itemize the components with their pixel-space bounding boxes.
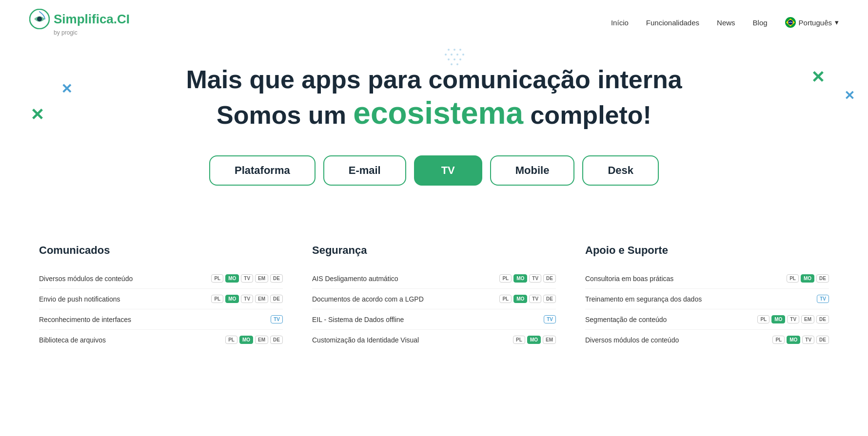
svg-point-8 <box>445 54 447 56</box>
badge-pl: PL <box>211 295 223 303</box>
svg-point-15 <box>451 63 453 65</box>
badge-pl: PL <box>772 336 785 344</box>
nav-inicio[interactable]: Início <box>611 19 629 27</box>
feature-col-comunicados: Comunicados Diversos módulos de conteúdo… <box>39 244 283 350</box>
badge-de: DE <box>270 295 283 303</box>
badge-em: EM <box>255 336 268 344</box>
badge-de: DE <box>543 274 556 283</box>
badge-em: EM <box>543 336 556 344</box>
badge-tv: TV <box>241 295 253 303</box>
tab-email[interactable]: E-mail <box>323 155 406 186</box>
badge-de: DE <box>816 274 829 283</box>
dots-decoration <box>419 45 478 74</box>
svg-point-11 <box>462 54 464 56</box>
list-item: Treinamento em segurança dos dados TV <box>585 289 829 309</box>
hero-section: ✕ ✕ ✕ ✕ Mais que apps para comunicação i… <box>0 45 868 215</box>
badge-group: PL MO EM <box>513 336 556 344</box>
tab-buttons: Plataforma E-mail TV Mobile Desk <box>10 155 858 186</box>
features-section: Comunicados Diversos módulos de conteúdo… <box>0 215 868 369</box>
feature-label: Segmentação de conteúdo <box>585 316 752 323</box>
badge-pl: PL <box>757 315 769 323</box>
list-item: Biblioteca de arquivos PL MO EM DE <box>39 330 283 350</box>
badge-tv: TV <box>241 274 253 283</box>
tab-desk[interactable]: Desk <box>582 155 659 186</box>
tab-tv[interactable]: TV <box>414 155 482 186</box>
list-item: Consultoria em boas práticas PL MO DE <box>585 268 829 289</box>
svg-point-10 <box>456 54 458 56</box>
header: Simplifica.CI by progic Início Funcional… <box>0 0 868 45</box>
badge-pl: PL <box>499 274 512 283</box>
lang-caret: ▾ <box>835 18 839 27</box>
list-item: Diversos módulos de conteúdo PL MO TV DE <box>585 330 829 350</box>
svg-point-12 <box>448 58 450 60</box>
badge-de: DE <box>270 274 283 283</box>
feature-label: Reconhecimento de interfaces <box>39 316 266 323</box>
nav-blog[interactable]: Blog <box>753 19 768 27</box>
badge-mo: MO <box>527 336 541 344</box>
badge-mo: MO <box>513 274 527 283</box>
flag-icon <box>785 17 796 28</box>
lang-selector[interactable]: Português ▾ <box>785 17 839 28</box>
badge-group: TV <box>544 315 556 323</box>
badge-pl: PL <box>499 295 512 303</box>
feature-label: Biblioteca de arquivos <box>39 336 220 344</box>
tab-plataforma[interactable]: Plataforma <box>209 155 316 186</box>
cross-green-left: ✕ <box>30 106 44 123</box>
list-item: Customização da Identidade Visual PL MO … <box>312 330 556 350</box>
badge-de: DE <box>270 336 283 344</box>
badge-de: DE <box>543 295 556 303</box>
badge-group: PL MO TV DE <box>499 295 556 303</box>
badge-mo: MO <box>801 274 814 283</box>
col1-title: Comunicados <box>39 244 283 257</box>
badge-em: EM <box>255 274 268 283</box>
feature-label: Diversos módulos de conteúdo <box>585 336 768 344</box>
svg-point-14 <box>459 58 461 60</box>
feature-col-suporte: Apoio e Suporte Consultoria em boas prát… <box>585 244 829 350</box>
badge-group: PL MO TV DE <box>772 336 829 344</box>
logo-sub: by progic <box>54 29 78 36</box>
badge-group: PL MO EM DE <box>225 336 283 344</box>
badge-mo: MO <box>771 315 785 323</box>
badge-tv: TV <box>544 315 556 323</box>
list-item: Segmentação de conteúdo PL MO TV EM DE <box>585 309 829 330</box>
logo: Simplifica.CI by progic <box>29 9 130 36</box>
logo-text: Simplifica.CI <box>54 12 130 27</box>
feature-label: Diversos módulos de conteúdo <box>39 275 206 283</box>
cross-green-right: ✕ <box>811 69 825 85</box>
badge-tv: TV <box>787 315 799 323</box>
nav-news[interactable]: News <box>717 19 735 27</box>
feature-col-seguranca: Segurança AIS Desligamento autmático PL … <box>312 244 556 350</box>
feature-label: Consultoria em boas práticas <box>585 275 782 283</box>
svg-point-5 <box>448 49 450 51</box>
badge-group: TV <box>817 295 829 303</box>
tab-mobile[interactable]: Mobile <box>490 155 575 186</box>
badge-em: EM <box>255 295 268 303</box>
badge-tv: TV <box>802 336 814 344</box>
badge-pl: PL <box>225 336 237 344</box>
cross-blue-right: ✕ <box>844 89 855 102</box>
badge-mo: MO <box>513 295 527 303</box>
badge-group: PL MO TV EM DE <box>211 274 283 283</box>
list-item: Diversos módulos de conteúdo PL MO TV EM… <box>39 268 283 289</box>
badge-group: PL MO TV EM DE <box>757 315 829 323</box>
svg-point-1 <box>37 17 42 21</box>
badge-group: PL MO DE <box>787 274 829 283</box>
list-item: Reconhecimento de interfaces TV <box>39 309 283 330</box>
lang-label: Português <box>799 19 832 27</box>
svg-point-9 <box>451 54 453 56</box>
main-nav: Início Funcionalidades News Blog Portugu… <box>611 17 839 28</box>
badge-mo: MO <box>225 274 239 283</box>
hero-title: Mais que apps para comunicação interna S… <box>10 64 858 132</box>
svg-point-7 <box>459 49 461 51</box>
nav-funcionalidades[interactable]: Funcionalidades <box>646 19 699 27</box>
badge-group: PL MO TV DE <box>499 274 556 283</box>
feature-label: Treinamento em segurança dos dados <box>585 295 812 303</box>
col2-title: Segurança <box>312 244 556 257</box>
badge-group: PL MO TV EM DE <box>211 295 283 303</box>
feature-label: AIS Desligamento autmático <box>312 275 494 283</box>
badge-mo: MO <box>239 336 253 344</box>
cross-blue-left: ✕ <box>61 82 72 96</box>
svg-point-16 <box>456 63 458 65</box>
badge-mo: MO <box>787 336 800 344</box>
feature-label: Envio de push notifications <box>39 295 206 303</box>
